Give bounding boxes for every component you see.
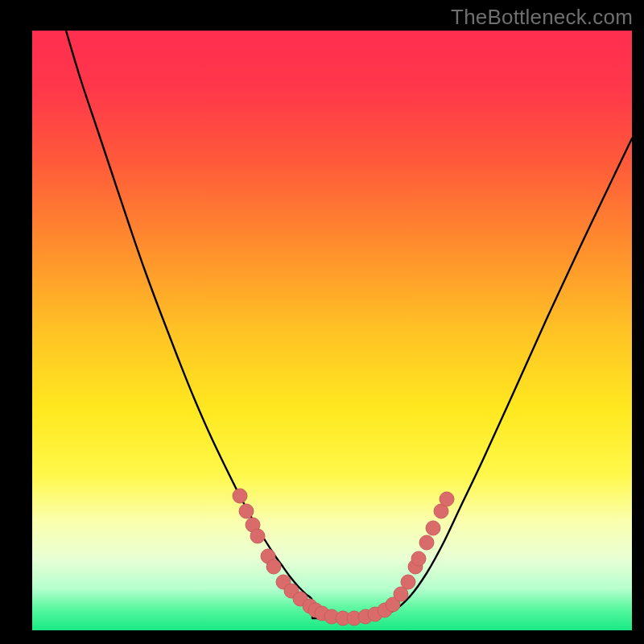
highlight-dots — [233, 489, 454, 625]
curve-layer — [32, 31, 632, 630]
marker-dot — [411, 551, 426, 566]
chart-frame: TheBottleneck.com — [0, 0, 644, 644]
marker-dot — [239, 504, 254, 518]
marker-dot — [419, 535, 434, 550]
plot-area — [32, 31, 632, 630]
marker-dot — [266, 559, 281, 574]
marker-dot — [250, 529, 265, 543]
marker-dot — [426, 521, 440, 535]
bottleneck-curve — [66, 31, 632, 618]
marker-dot — [440, 492, 454, 506]
marker-dot — [401, 575, 415, 589]
marker-dot — [233, 489, 247, 503]
watermark-text: TheBottleneck.com — [451, 5, 633, 30]
